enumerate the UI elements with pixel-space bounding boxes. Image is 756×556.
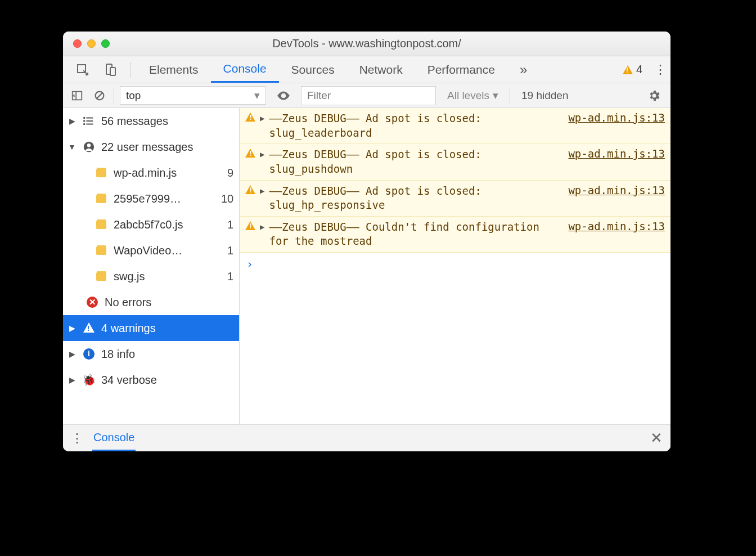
main-tabs-row: Elements Console Sources Network Perform… [63,56,670,83]
console-prompt[interactable]: › [240,253,670,275]
expand-icon[interactable]: ▶ [260,114,264,123]
tab-sources[interactable]: Sources [279,56,347,83]
sidebar-info[interactable]: ▶ i 18 info [63,341,239,367]
window-maximize-button[interactable] [101,39,110,48]
svg-point-11 [84,118,85,119]
svg-point-15 [87,144,91,147]
console-message[interactable]: ▶ ––Zeus DEBUG–– Ad spot is closed: slug… [240,144,670,180]
window-close-button[interactable] [73,39,82,48]
inspector-tools [63,61,130,78]
list-icon [82,115,96,127]
sidebar-file-name: 2595e7999… [114,192,215,205]
bug-icon: 🐞 [82,373,96,387]
sidebar-file-item[interactable]: wp-ad.min.js 9 [63,160,239,186]
sidebar-info-label: 18 info [101,348,239,361]
warnings-count: 4 [636,63,642,76]
error-icon: ✕ [86,297,99,308]
sidebar-file-name: wp-ad.min.js [114,167,215,180]
message-source-link[interactable]: wp-ad.min.js:13 [568,111,665,124]
drawer: ⋮ Console ✕ [63,424,670,451]
expand-icon: ▶ [68,116,76,125]
message-text: ––Zeus DEBUG–– Ad spot is closed: slug_l… [269,111,558,140]
sidebar-file-name: 2abcb5f7c0.js [114,218,215,231]
context-dropdown[interactable]: top ▾ [120,86,266,105]
hidden-count[interactable]: 19 hidden [516,89,574,102]
warning-icon [245,221,255,230]
console-message[interactable]: ▶ ––Zeus DEBUG–– Ad spot is closed: slug… [240,181,670,217]
sidebar-messages[interactable]: ▶ 56 messages [63,108,239,134]
sidebar-verbose[interactable]: ▶ 🐞 34 verbose [63,367,239,393]
sidebar-file-item[interactable]: 2595e7999… 10 [63,186,239,212]
expand-icon: ▶ [68,349,76,358]
select-element-icon[interactable] [74,61,91,78]
window-minimize-button[interactable] [87,39,96,48]
window-title: DevTools - www.washingtonpost.com/ [63,37,670,50]
expand-icon[interactable]: ▶ [260,222,264,231]
warning-icon [82,324,96,333]
svg-line-6 [97,92,103,98]
sidebar-file-name: WapoVideo… [114,244,215,257]
tabs-overflow[interactable]: » [507,56,539,83]
content-area: ▶ 56 messages ▼ 22 user messages wp-ad.m… [63,108,670,424]
sidebar-errors[interactable]: ✕ No errors [63,289,239,315]
sidebar-warnings[interactable]: ▶ 4 warnings [63,315,239,341]
sidebar-file-count: 1 [221,218,239,231]
info-icon: i [82,348,96,360]
drawer-tab-console[interactable]: Console [92,425,136,451]
tab-performance[interactable]: Performance [415,56,507,83]
sidebar-file-item[interactable]: 2abcb5f7c0.js 1 [63,212,239,237]
separator [114,88,114,104]
sidebar-file-item[interactable]: swg.js 1 [63,263,239,289]
log-levels-dropdown[interactable]: All levels ▾ [442,89,504,102]
tab-elements[interactable]: Elements [137,56,211,83]
sidebar-user-messages-label: 22 user messages [101,141,239,154]
traffic-lights [63,39,110,48]
warnings-summary[interactable]: 4 [623,63,642,76]
chevron-down-icon: ▾ [493,89,498,102]
filter-input[interactable] [301,86,436,105]
message-source-link[interactable]: wp-ad.min.js:13 [568,147,665,160]
sidebar-file-count: 1 [221,244,239,257]
sidebar-user-messages[interactable]: ▼ 22 user messages [63,134,239,160]
folder-icon [94,169,108,177]
console-sidebar: ▶ 56 messages ▼ 22 user messages wp-ad.m… [63,108,240,424]
console-toolbar: top ▾ All levels ▾ 19 hidden [63,83,670,108]
tab-console[interactable]: Console [211,56,279,83]
toggle-sidebar-icon[interactable] [69,87,86,104]
message-text: ––Zeus DEBUG–– Ad spot is closed: slug_h… [269,184,558,213]
prompt-chevron-icon: › [246,257,253,271]
separator [510,88,510,104]
expand-icon: ▶ [68,324,76,333]
message-source-link[interactable]: wp-ad.min.js:13 [568,184,665,196]
live-expression-icon[interactable] [275,87,292,104]
folder-icon [94,246,108,255]
expand-icon[interactable]: ▶ [260,186,264,195]
tab-network[interactable]: Network [347,56,415,83]
chevron-down-icon: ▾ [254,89,260,102]
console-message[interactable]: ▶ ––Zeus DEBUG–– Couldn't find configura… [240,217,670,253]
svg-point-7 [282,94,285,96]
settings-menu-icon[interactable]: ⋮ [650,56,670,83]
sidebar-warnings-label: 4 warnings [101,322,239,335]
console-message[interactable]: ▶ ––Zeus DEBUG–– Ad spot is closed: slug… [240,108,670,144]
collapse-icon: ▼ [68,142,76,151]
drawer-menu-icon[interactable]: ⋮ [71,425,83,452]
svg-point-12 [84,120,85,122]
message-source-link[interactable]: wp-ad.min.js:13 [568,220,665,232]
devtools-window: DevTools - www.washingtonpost.com/ Eleme… [63,32,670,451]
toggle-device-icon[interactable] [102,61,119,78]
sidebar-file-count: 10 [221,192,239,205]
clear-console-icon[interactable] [91,87,108,104]
sidebar-errors-label: No errors [105,296,239,309]
warning-icon [623,65,633,74]
separator [130,62,131,78]
gear-icon[interactable] [646,87,663,104]
svg-point-13 [84,124,85,125]
expand-icon[interactable]: ▶ [260,150,264,159]
sidebar-file-item[interactable]: WapoVideo… 1 [63,237,239,263]
warning-icon [245,113,255,122]
close-icon[interactable]: ✕ [650,429,663,447]
context-value: top [126,89,141,102]
sidebar-file-count: 1 [221,270,239,283]
user-icon [82,141,96,153]
